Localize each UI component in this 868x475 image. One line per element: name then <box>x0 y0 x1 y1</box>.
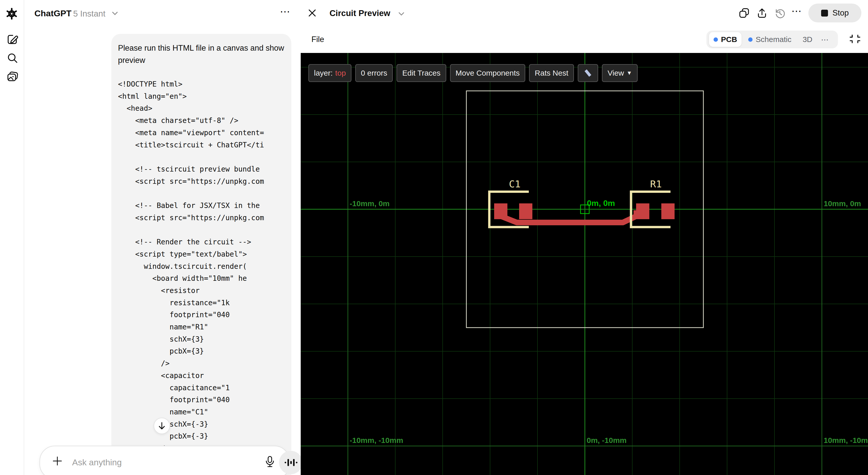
pcb-status-dot <box>714 37 718 42</box>
component-label: R1 <box>650 178 662 190</box>
voice-mode-button[interactable] <box>279 451 303 474</box>
errors-label: 0 errors <box>361 69 387 77</box>
dictate-mic-icon[interactable] <box>264 455 276 469</box>
model-selector[interactable]: 5 Instant <box>73 9 105 19</box>
errors-button[interactable]: 0 errors <box>355 64 393 82</box>
tabs-more-button[interactable]: ⋯ <box>819 35 831 44</box>
view-menu-button[interactable]: View ▼ <box>602 64 638 82</box>
chat-app-title: ChatGPT <box>34 8 71 18</box>
stop-label: Stop <box>833 8 849 18</box>
tab-pcb-label: PCB <box>721 35 737 44</box>
grid-coordinate-label: -10mm, -10mm <box>350 436 403 444</box>
tab-schematic[interactable]: Schematic <box>744 33 796 46</box>
layer-label: layer: <box>314 69 333 77</box>
view-mode-tabs: PCB Schematic 3D ⋯ <box>706 31 838 48</box>
rats-nest-label: Rats Nest <box>535 69 568 77</box>
stop-square-icon <box>821 10 828 16</box>
tab-3d-label: 3D <box>803 35 812 44</box>
share-icon[interactable] <box>756 7 768 20</box>
copy-icon[interactable] <box>738 7 750 20</box>
caret-down-icon: ▼ <box>627 70 632 76</box>
panel-options-button[interactable]: ⋯ <box>791 5 803 17</box>
left-rail <box>0 0 24 475</box>
attach-plus-icon[interactable] <box>52 455 63 468</box>
edit-traces-button[interactable]: Edit Traces <box>397 64 446 82</box>
layer-value: top <box>335 69 346 77</box>
library-icon[interactable] <box>6 70 19 84</box>
message-text: Please run this HTML file in a canvas an… <box>118 42 285 66</box>
origin-coordinate-label: 0m, 0m <box>587 199 615 208</box>
grid-coordinate-label: 10mm, -10mm <box>824 436 868 444</box>
pcb-toolbar: layer: top 0 errors Edit Traces Move Com… <box>308 64 638 82</box>
close-panel-icon[interactable] <box>307 8 317 19</box>
schematic-status-dot <box>748 37 752 42</box>
rats-nest-button[interactable]: Rats Nest <box>529 64 574 82</box>
chat-options-button[interactable]: ⋯ <box>280 6 291 17</box>
panel-title[interactable]: Circuit Preview <box>330 8 390 18</box>
grid-coordinate-label: -10mm, 0m <box>350 199 390 208</box>
tab-schematic-label: Schematic <box>755 35 791 44</box>
user-message-bubble: Please run this HTML file in a canvas an… <box>112 34 291 475</box>
pad-C1[interactable] <box>494 203 507 219</box>
chevron-down-icon[interactable] <box>111 11 119 17</box>
pencil-icon <box>583 68 592 78</box>
pcb-canvas[interactable]: C1R10m, 0m-10mm, 0m10mm, 0m-10mm, -10mm0… <box>301 53 868 475</box>
layer-button[interactable]: layer: top <box>308 64 351 82</box>
grid-coordinate-label: 10mm, 0m <box>824 199 861 208</box>
pad-C1[interactable] <box>519 203 532 219</box>
arrow-down-icon <box>158 421 166 430</box>
grid-coordinate-label: 0m, -10mm <box>587 436 627 444</box>
view-label: View <box>608 69 624 77</box>
edit-traces-label: Edit Traces <box>402 69 440 77</box>
chevron-down-icon[interactable] <box>398 11 405 18</box>
history-icon[interactable] <box>774 7 786 20</box>
draw-trace-button[interactable] <box>578 64 598 82</box>
chat-composer[interactable]: Ask anything <box>39 446 290 475</box>
scroll-to-bottom-button[interactable] <box>154 418 170 434</box>
search-icon[interactable] <box>6 52 19 65</box>
move-components-button[interactable]: Move Components <box>450 64 526 82</box>
pad-R1[interactable] <box>661 203 675 219</box>
composer-input[interactable]: Ask anything <box>72 457 122 467</box>
message-code-block: <!DOCTYPE html> <html lang="en"> <head> … <box>118 78 285 455</box>
stop-button[interactable]: Stop <box>808 4 861 23</box>
openai-logo-icon <box>5 7 18 22</box>
tab-pcb[interactable]: PCB <box>709 32 742 47</box>
tab-3d[interactable]: 3D <box>798 33 817 46</box>
move-components-label: Move Components <box>456 69 520 77</box>
new-chat-icon[interactable] <box>6 33 19 47</box>
collapse-fullscreen-icon[interactable] <box>849 33 861 46</box>
component-label: C1 <box>509 178 521 190</box>
file-menu[interactable]: File <box>311 35 324 44</box>
waveform-icon <box>284 457 298 468</box>
pad-R1[interactable] <box>636 203 649 219</box>
